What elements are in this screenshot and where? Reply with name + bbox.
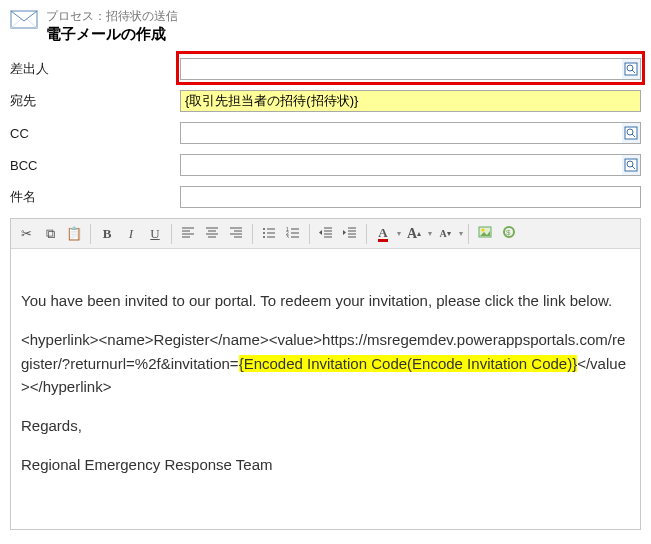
from-input[interactable] [180, 58, 641, 80]
svg-point-26 [263, 236, 265, 238]
page-header: プロセス：招待状の送信 電子メールの作成 [10, 8, 641, 44]
paste-icon: 📋 [66, 226, 82, 241]
svg-point-24 [263, 232, 265, 234]
italic-button[interactable]: I [120, 223, 142, 245]
font-small-icon: A [439, 228, 446, 239]
editor-body[interactable]: You have been invited to our portal. To … [11, 249, 640, 529]
lookup-icon [624, 126, 638, 140]
chevron-down-icon[interactable]: ▾ [397, 229, 401, 238]
number-list-button[interactable]: 123 [282, 223, 304, 245]
align-center-icon [205, 226, 219, 241]
align-right-icon [229, 226, 243, 241]
align-right-button[interactable] [225, 223, 247, 245]
underline-button[interactable]: U [144, 223, 166, 245]
image-icon [478, 226, 492, 241]
align-left-icon [181, 226, 195, 241]
body-para-2: <hyperlink><name>Register</name><value>h… [21, 328, 630, 398]
number-list-icon: 123 [286, 226, 300, 241]
svg-marker-38 [319, 230, 322, 235]
slug-icon: $ [502, 225, 516, 242]
bullet-list-icon [262, 226, 276, 241]
bcc-lookup-button[interactable] [622, 155, 640, 175]
svg-point-22 [263, 228, 265, 230]
page-title: 電子メールの作成 [46, 25, 178, 44]
indent-icon [343, 226, 357, 241]
from-lookup-button[interactable] [622, 59, 640, 79]
toolbar-separator [252, 224, 253, 244]
bcc-label: BCC [10, 158, 180, 173]
up-caret-icon: ▴ [417, 229, 421, 238]
down-caret-icon: ▾ [447, 229, 451, 238]
font-size-up-button[interactable]: A▴ [403, 223, 425, 245]
svg-point-45 [482, 229, 485, 232]
editor-toolbar: ✂ ⧉ 📋 B I U 123 A ▾ A▴ ▾ A▾ ▾ $ [11, 219, 640, 249]
toolbar-separator [90, 224, 91, 244]
copy-button[interactable]: ⧉ [39, 223, 61, 245]
to-label: 宛先 [10, 92, 180, 110]
cut-button[interactable]: ✂ [15, 223, 37, 245]
toolbar-separator [309, 224, 310, 244]
cc-input[interactable] [180, 122, 641, 144]
row-subject: 件名 [10, 186, 641, 208]
row-from: 差出人 [10, 58, 641, 80]
rich-text-editor: ✂ ⧉ 📋 B I U 123 A ▾ A▴ ▾ A▾ ▾ $ You have… [10, 218, 641, 530]
row-cc: CC [10, 122, 641, 144]
svg-text:3: 3 [286, 234, 289, 238]
row-to: 宛先 [10, 90, 641, 112]
font-size-down-button[interactable]: A▾ [434, 223, 456, 245]
paste-button[interactable]: 📋 [63, 223, 85, 245]
body-para-1: You have been invited to our portal. To … [21, 289, 630, 312]
cc-label: CC [10, 126, 180, 141]
font-big-icon: A [407, 226, 417, 242]
color-swatch [378, 239, 388, 242]
copy-icon: ⧉ [46, 226, 55, 242]
bold-button[interactable]: B [96, 223, 118, 245]
to-input[interactable] [180, 90, 641, 112]
chevron-down-icon[interactable]: ▾ [459, 229, 463, 238]
lookup-icon [624, 158, 638, 172]
insert-slug-button[interactable]: $ [498, 223, 520, 245]
chevron-down-icon[interactable]: ▾ [428, 229, 432, 238]
invitation-code-slug: {Encoded Invitation Code(Encode Invitati… [239, 355, 578, 372]
align-left-button[interactable] [177, 223, 199, 245]
body-para-3: Regards, [21, 414, 630, 437]
svg-marker-43 [343, 230, 346, 235]
bcc-input[interactable] [180, 154, 641, 176]
insert-image-button[interactable] [474, 223, 496, 245]
process-label: プロセス：招待状の送信 [46, 8, 178, 25]
outdent-icon [319, 226, 333, 241]
toolbar-separator [468, 224, 469, 244]
toolbar-separator [366, 224, 367, 244]
from-label: 差出人 [10, 60, 180, 78]
mail-icon [10, 8, 38, 30]
cc-lookup-button[interactable] [622, 123, 640, 143]
bullet-list-button[interactable] [258, 223, 280, 245]
align-center-button[interactable] [201, 223, 223, 245]
body-para-4: Regional Emergency Response Team [21, 453, 630, 476]
row-bcc: BCC [10, 154, 641, 176]
subject-label: 件名 [10, 188, 180, 206]
font-color-button[interactable]: A [372, 223, 394, 245]
outdent-button[interactable] [315, 223, 337, 245]
indent-button[interactable] [339, 223, 361, 245]
subject-input[interactable] [180, 186, 641, 208]
toolbar-separator [171, 224, 172, 244]
scissors-icon: ✂ [21, 226, 32, 241]
svg-text:$: $ [506, 228, 511, 237]
lookup-icon [624, 62, 638, 76]
